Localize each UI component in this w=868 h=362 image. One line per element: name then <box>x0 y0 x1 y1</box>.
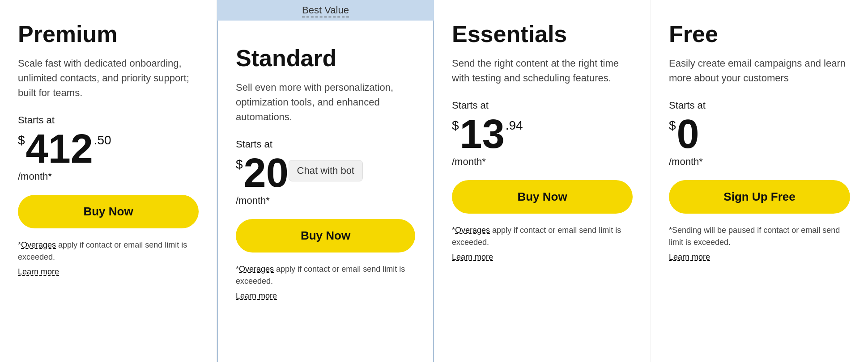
plan-premium-name: Premium <box>18 21 199 47</box>
plan-premium-price-main: 412 <box>26 129 93 169</box>
plan-essentials-description: Send the right content at the right time… <box>452 56 633 85</box>
plan-premium-footnote: *Overages apply if contact or email send… <box>18 239 199 278</box>
plan-free: Free Easily create email campaigns and l… <box>651 0 868 362</box>
plan-standard-price-wrapper: 20 Chat with bot <box>244 153 289 193</box>
plan-standard-starts-at: Starts at <box>236 139 415 150</box>
plan-free-description: Easily create email campaigns and learn … <box>669 56 850 85</box>
plan-essentials-learn-more[interactable]: Learn more <box>452 251 493 263</box>
plan-essentials-period: /month* <box>452 156 633 168</box>
plan-premium: Premium Scale fast with dedicated onboar… <box>0 0 217 362</box>
plan-standard-overages-link[interactable]: Overages <box>239 265 274 274</box>
best-value-banner: Best Value <box>217 0 434 21</box>
plan-premium-price-cents: .50 <box>94 133 111 147</box>
plan-standard-footnote: *Overages apply if contact or email send… <box>236 263 415 302</box>
plan-free-starts-at: Starts at <box>669 100 850 111</box>
plan-free-footnote-text: Sending will be paused if contact or ema… <box>669 226 840 247</box>
plan-standard-period: /month* <box>236 195 415 206</box>
plan-standard-dollar: $ <box>236 157 243 172</box>
plan-premium-footnote-prefix: * <box>18 240 21 249</box>
plan-premium-description: Scale fast with dedicated onboarding, un… <box>18 56 199 100</box>
plan-free-price-main: 0 <box>677 114 699 154</box>
plan-essentials-footnote: *Overages apply if contact or email send… <box>452 224 633 263</box>
plan-free-period: /month* <box>669 156 850 168</box>
plan-essentials-cta-button[interactable]: Buy Now <box>452 180 633 214</box>
plan-premium-price-row: $ 412 .50 <box>18 129 199 169</box>
plan-standard-learn-more[interactable]: Learn more <box>236 290 277 302</box>
best-value-label: Best Value <box>302 4 349 17</box>
plan-free-footnote-asterisk: * <box>669 226 672 235</box>
plan-essentials-price-cents: .94 <box>506 118 523 133</box>
plan-standard-description: Sell even more with personalization, opt… <box>236 80 415 124</box>
pricing-grid: Premium Scale fast with dedicated onboar… <box>0 0 868 362</box>
plan-essentials-price-main: 13 <box>460 114 505 154</box>
plan-premium-starts-at: Starts at <box>18 114 199 126</box>
plan-free-price-row: $ 0 <box>669 114 850 154</box>
chat-tooltip: Chat with bot <box>289 160 363 181</box>
plan-premium-learn-more[interactable]: Learn more <box>18 266 59 278</box>
plan-standard-cta-button[interactable]: Buy Now <box>236 219 415 253</box>
plan-free-name: Free <box>669 21 850 47</box>
plan-standard: Best Value Standard Sell even more with … <box>217 0 434 362</box>
plan-essentials-overages-link[interactable]: Overages <box>455 226 490 235</box>
plan-premium-period: /month* <box>18 171 199 182</box>
plan-premium-cta-button[interactable]: Buy Now <box>18 195 199 228</box>
plan-essentials-footnote-prefix: * <box>452 226 455 235</box>
plan-standard-price-row: $ 20 Chat with bot <box>236 153 415 193</box>
plan-essentials-name: Essentials <box>452 21 633 47</box>
plan-free-dollar: $ <box>669 118 676 133</box>
plan-free-footnote: *Sending will be paused if contact or em… <box>669 224 850 263</box>
plan-essentials-starts-at: Starts at <box>452 100 633 111</box>
plan-free-learn-more[interactable]: Learn more <box>669 251 710 263</box>
plan-essentials-dollar: $ <box>452 118 459 133</box>
plan-standard-footnote-prefix: * <box>236 265 239 274</box>
plan-premium-dollar: $ <box>18 133 25 147</box>
plan-premium-overages-link[interactable]: Overages <box>21 240 56 249</box>
plan-free-cta-button[interactable]: Sign Up Free <box>669 180 850 214</box>
plan-standard-price-main: 20 <box>244 151 289 195</box>
plan-essentials: Essentials Send the right content at the… <box>434 0 651 362</box>
plan-essentials-price-row: $ 13 .94 <box>452 114 633 154</box>
plan-standard-name: Standard <box>236 46 415 71</box>
